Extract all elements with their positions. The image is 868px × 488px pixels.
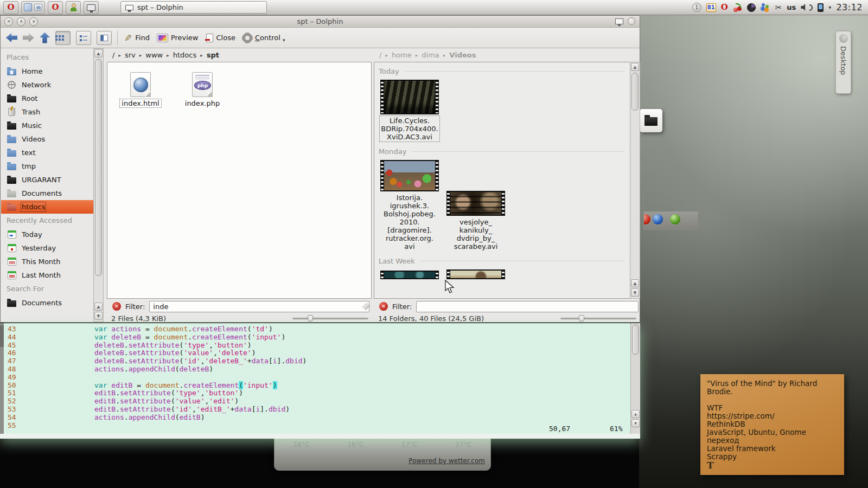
notification-icon[interactable]: 1 [692,3,701,12]
titlebar[interactable]: × ∧ ∨ spt – Dolphin [1,16,640,28]
note-resize-icon[interactable]: T [707,460,714,471]
sidebar-item-trash[interactable]: Trash [1,105,93,119]
preview-button[interactable]: Preview [156,34,200,42]
sidebar-item-htdocs[interactable]: htdocs [1,200,93,214]
sidebar-item-today[interactable]: Today [1,228,93,241]
scrollbar-thumb[interactable] [95,59,102,276]
breadcrumb-right[interactable]: /▸home▸dima▸Videos [374,48,629,62]
desktop-folder-icon[interactable] [640,109,662,132]
klipper-icon[interactable]: ✂ [775,3,782,12]
code-area[interactable]: 43var actions = document.createElement('… [0,323,640,429]
zoom-slider-right[interactable] [560,314,636,322]
launcher-opera[interactable]: O [48,1,63,14]
sidebar-item-documents[interactable]: Documents [1,187,93,200]
launcher-opera[interactable]: O [3,1,18,14]
forward-button[interactable] [23,33,34,42]
sidebar-item-last month[interactable]: Last Month [1,268,93,282]
code-token: editB [94,405,116,413]
file-item[interactable]: phpindex.php [179,72,226,107]
sidebar-item-music[interactable]: Music [1,119,93,132]
weather-link[interactable]: Powered by wetter.com [409,457,485,465]
folder-view-right[interactable]: TodayLife.​Cycles.​BDRip.​704x400.​XviD.… [374,62,630,299]
clear-filter-icon[interactable]: ✕ [112,302,121,311]
control-button[interactable]: Control ▾ [242,33,286,43]
slider-knob[interactable] [308,315,313,322]
videos-scrollbar[interactable]: ▲ ▲ ▼ [630,62,640,299]
scrollbar-thumb[interactable] [631,73,639,111]
all-desktops-icon[interactable] [615,18,623,24]
scroll-down-icon[interactable]: ▼ [631,288,639,297]
scrollbar-thumb[interactable] [632,325,639,355]
scroll-up-icon[interactable]: ▲ [631,279,639,287]
breadcrumb-segment[interactable]: home [392,51,412,59]
sidebar-item-urgarant[interactable]: URGARANT [1,173,93,187]
scroll-up-icon[interactable]: ▲ [94,49,103,57]
sidebar-item-root[interactable]: Root [1,92,93,105]
text-editor[interactable]: 43var actions = document.createElement('… [0,323,640,439]
video-file-item[interactable] [380,271,439,279]
file-item[interactable]: index.html [117,72,164,107]
breadcrumb-segment[interactable]: srv [125,51,136,59]
background-window[interactable] [643,190,698,230]
sidebar-item-documents[interactable]: Documents [1,296,93,310]
back-button[interactable] [6,33,17,42]
sidebar-item-tmp[interactable]: tmp [1,159,93,173]
breadcrumb-left[interactable]: /▸srv▸www▸htdocs▸spt [107,48,372,62]
video-file-item[interactable]: Life.​Cycles.​BDRip.​704x400.​XviD.​AC3.… [380,80,439,142]
sidebar-item-this month[interactable]: This Month [1,255,93,268]
scroll-up-icon[interactable]: ▲ [94,303,103,311]
breadcrumb-segment[interactable]: www [145,51,163,59]
video-file-item[interactable]: vesjolye_​kanikuly_​dvdrip_​by_​scarabey… [446,191,506,251]
breadcrumb-segment[interactable]: Videos [449,51,476,59]
calendar-icon[interactable]: 81 [706,3,716,12]
sidebar-item-text[interactable]: text [1,146,93,159]
taskbar-window-button[interactable]: spt – Dolphin [120,1,267,14]
columns-view-button[interactable] [97,31,112,45]
sticky-note[interactable]: "Virus of the Mind" by Richard Brodie. W… [700,374,844,475]
scroll-down-icon[interactable]: ▼ [631,419,640,427]
desktop-plasma-widget[interactable]: Desktop [835,31,851,94]
scroll-down-icon[interactable]: ▼ [94,312,103,320]
opera-icon[interactable]: O [721,3,728,11]
slider-knob[interactable] [579,315,584,322]
folder-view-left[interactable]: index.htmlphpindex.php [107,62,372,299]
breadcrumb-segment[interactable]: htdocs [173,51,196,59]
keyboard-layout[interactable]: us [787,3,796,11]
editor-scrollbar[interactable]: ▲ ▼ [630,323,640,434]
up-button[interactable] [40,33,50,43]
breadcrumb-segment[interactable]: / [112,51,114,59]
zoom-slider-left[interactable] [292,314,368,322]
window-menu-icon[interactable] [628,17,635,25]
close-split-button[interactable]: Close [205,34,237,42]
breadcrumb-segment[interactable]: spt [207,51,219,59]
sidebar-item-videos[interactable]: Videos [1,132,93,146]
launcher-display[interactable] [84,1,99,14]
volume-icon[interactable] [801,4,808,11]
launcher-cube[interactable] [21,1,45,14]
arrow-down-icon[interactable]: ▾ [828,4,831,10]
disc-icon[interactable] [747,3,756,12]
sidebar-item-home[interactable]: Home [1,65,93,78]
code-line: 50var editB = document.createElement('in… [0,382,640,390]
sidebar-item-yesterday[interactable]: Yesterday [1,241,93,255]
find-button[interactable]: ✎ Find [123,33,151,43]
contacts-icon[interactable] [761,3,770,12]
code-line: 47deleteB.setAttribute('id','deleteB_'+d… [0,357,640,365]
cherry-icon[interactable] [733,3,742,12]
scroll-up-icon[interactable]: ▲ [631,410,640,418]
breadcrumb-segment[interactable]: dima [422,51,439,59]
video-file-item[interactable]: Istorija.​igrushek.​3.​Bolshoj.​pobeg.​2… [380,160,439,251]
clear-filter-icon[interactable]: ✕ [379,302,388,311]
video-file-item[interactable] [446,269,506,279]
sidebar-item-network[interactable]: Network [1,78,93,92]
filter-input-right[interactable] [416,301,639,312]
launcher-user[interactable] [66,1,81,14]
icons-view-button[interactable] [55,31,71,45]
details-view-button[interactable] [76,31,91,45]
scroll-up-icon[interactable]: ▲ [631,63,639,71]
filter-input-left[interactable] [149,301,369,312]
places-scrollbar[interactable]: ▲ ▲ ▼ [93,48,104,322]
breadcrumb-segment[interactable]: / [379,51,381,59]
clock[interactable]: 23:12 [836,2,863,12]
device-icon[interactable] [818,3,824,12]
